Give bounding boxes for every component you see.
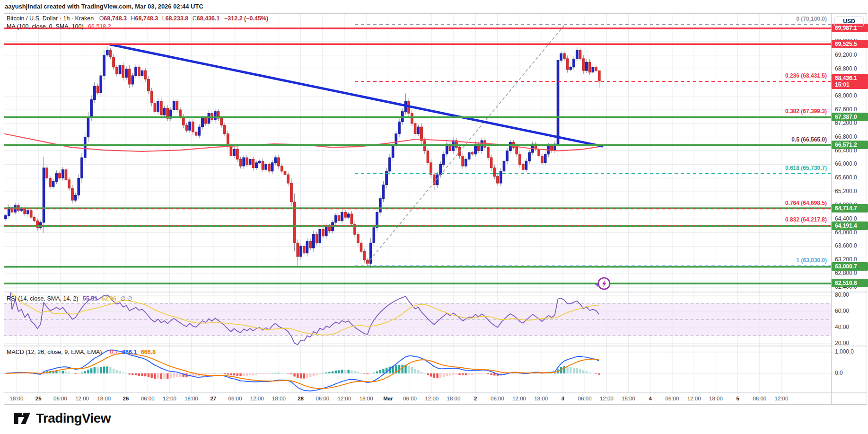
- time-tick-label: 12:00: [250, 396, 264, 401]
- time-tick-label: 12:00: [775, 396, 789, 401]
- time-tick-label: 5: [736, 396, 739, 401]
- time-tick-label: 06:00: [753, 396, 766, 401]
- price-level-badge: 63,000.7: [832, 262, 868, 271]
- ma-value: 66,518.2: [88, 23, 111, 30]
- open-value: 68,748.3: [104, 15, 127, 22]
- time-tick-label: 06:00: [403, 396, 417, 401]
- macd-legend[interactable]: MACD (12, 26, close, 9, EMA, EMA) −0.7 6…: [7, 349, 156, 355]
- fib-level-label: 0.236 (68,431.5): [785, 72, 827, 79]
- axis-tick-label: 40.00: [835, 324, 849, 330]
- axis-tick-label: 60.00: [835, 308, 849, 314]
- symbol-title: Bitcoin / U.S. Dollar: [7, 15, 58, 22]
- tradingview-logo-icon: [13, 411, 31, 426]
- time-tick-label: 06:00: [491, 396, 504, 401]
- time-tick-label: 18:00: [359, 396, 373, 401]
- interval-label: 1h: [63, 15, 70, 22]
- macd-line-value: 666.1: [122, 349, 137, 355]
- fib-level-label: 0.764 (64,698.5): [785, 200, 827, 206]
- price-level-badge: 64,191.4: [832, 221, 868, 230]
- time-tick-label: 4: [649, 396, 652, 401]
- axis-tick-label: 1,000.0: [835, 348, 854, 355]
- lightning-icon[interactable]: [595, 275, 612, 292]
- fib-level-label: 0.832 (64,217.8): [785, 216, 827, 223]
- tradingview-logo-text: TradingView: [36, 411, 111, 426]
- close-value: 68,436.1: [197, 15, 220, 22]
- time-tick-label: 18:00: [10, 396, 24, 401]
- ma-legend[interactable]: MA (100, close, 0, SMA, 100) 66,518.2: [7, 23, 111, 30]
- time-tick-label: 18:00: [709, 396, 723, 401]
- time-tick-label: Mar: [383, 396, 393, 401]
- fib-level-label: 0.382 (67,399.3): [785, 108, 827, 115]
- time-tick-label: 25: [35, 396, 42, 401]
- time-tick-label: 12:00: [75, 396, 89, 401]
- axis-tick-label: 64,400.0: [835, 215, 857, 222]
- axis-tick-label: 67,600.0: [835, 106, 857, 113]
- time-tick-label: 12:00: [425, 396, 438, 401]
- axis-tick-label: 63,600.0: [835, 242, 857, 249]
- axis-tick-label: 66,800.0: [835, 133, 857, 140]
- time-tick-label: 18:00: [622, 396, 635, 401]
- fib-level-label: 1 (63,030.0): [796, 257, 827, 264]
- high-value: 68,748.3: [135, 15, 158, 22]
- rsi-na-values: ∅ ∅: [120, 295, 132, 302]
- time-tick-label: 12:00: [163, 396, 176, 401]
- axis-tick-label: 20.00: [835, 340, 849, 346]
- fib-level-label: 0 (70,100.0): [796, 16, 827, 22]
- symbol-legend[interactable]: Bitcoin / U.S. Dollar · 1h · Kraken O68,…: [7, 15, 268, 22]
- time-tick-label: 2: [474, 396, 477, 401]
- time-tick-label: 06:00: [578, 396, 592, 401]
- current-price-badge: 68,436.115:01: [832, 74, 868, 89]
- rsi-value: 55.51: [83, 295, 97, 302]
- rsi-legend[interactable]: RSI (14, close, SMA, 14, 2) 55.51 62.96 …: [7, 295, 132, 302]
- time-tick-label: 06:00: [53, 396, 67, 401]
- change-value: −312.2 (−0.45%): [224, 15, 268, 22]
- axis-tick-label: 65,200.0: [835, 188, 857, 195]
- time-tick-label: 06:00: [141, 396, 155, 401]
- time-tick-label: 12:00: [687, 396, 701, 401]
- time-tick-label: 3: [561, 396, 564, 401]
- axis-tick-label: 0.0: [835, 370, 843, 376]
- time-tick-label: 26: [123, 396, 129, 401]
- price-level-badge: 62,510.6: [832, 279, 868, 287]
- fib-level-label: 0.618 (65,730.7): [785, 165, 827, 171]
- axis-tick-label: 68,800.0: [835, 65, 857, 72]
- time-tick-label: 06:00: [228, 396, 242, 401]
- price-level-badge: 66,571.2: [832, 141, 868, 149]
- axis-tick-label: 66,000.0: [835, 160, 857, 167]
- time-tick-label: 28: [298, 396, 304, 401]
- macd-hist-value: −0.7: [106, 349, 118, 355]
- time-tick-label: 06:00: [316, 396, 329, 401]
- price-level-badge: 67,387.0: [832, 113, 868, 121]
- low-value: 68,233.8: [166, 15, 189, 22]
- price-level-badge: 69,525.5: [832, 40, 868, 48]
- time-tick-label: 18:00: [97, 396, 111, 401]
- time-tick-label: 06:00: [666, 396, 679, 401]
- time-tick-label: 12:00: [600, 396, 614, 401]
- tradingview-logo[interactable]: TradingView: [13, 411, 111, 426]
- time-tick-label: 18:00: [184, 396, 198, 401]
- time-tick-label: 27: [210, 396, 216, 401]
- price-level-badge: 64,714.7: [832, 204, 868, 213]
- rsi-sma-value: 62.96: [102, 295, 116, 302]
- exchange-label: Kraken: [75, 15, 94, 22]
- macd-signal-value: 666.8: [141, 349, 156, 355]
- price-chart[interactable]: [0, 0, 868, 434]
- time-tick-label: 18:00: [272, 396, 286, 401]
- time-tick-label: 18:00: [447, 396, 461, 401]
- tradingview-chart-page: aayushjindal created with TradingView.co…: [0, 0, 868, 434]
- axis-tick-label: 62,800.0: [835, 270, 857, 276]
- time-tick-label: 12:00: [512, 396, 526, 401]
- axis-tick-label: 80.00: [835, 292, 849, 298]
- time-tick-label: 18:00: [534, 396, 548, 401]
- fib-level-label: 0.5 (66,565.0): [791, 136, 827, 143]
- axis-tick-label: 69,200.0: [835, 52, 857, 58]
- currency-selector[interactable]: USD: [834, 16, 864, 27]
- axis-tick-label: 68,000.0: [835, 92, 857, 99]
- time-tick-label: 12:00: [338, 396, 351, 401]
- axis-tick-label: 65,600.0: [835, 174, 857, 181]
